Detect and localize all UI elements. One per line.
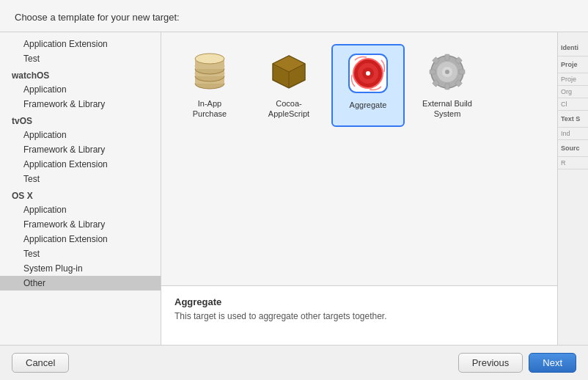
- right-panel: Identi Proje Proje Org Cl Text S Ind Sou…: [557, 32, 588, 345]
- sidebar-group-osx: OS X: [0, 186, 161, 202]
- svg-point-22: [445, 70, 449, 74]
- next-button[interactable]: Next: [529, 353, 576, 373]
- sidebar: Application Extension Test watchOS Appli…: [0, 32, 161, 345]
- previous-button[interactable]: Previous: [458, 353, 523, 373]
- inapp-icon: [189, 51, 230, 92]
- dialog-header: Choose a template for your new target:: [0, 0, 588, 32]
- sidebar-item-osx-framework[interactable]: Framework & Library: [0, 217, 161, 232]
- external-icon: [427, 51, 468, 92]
- sidebar-item-osx-application[interactable]: Application: [0, 202, 161, 217]
- main-content: In-AppPurchase Cocoa-App: [161, 32, 557, 345]
- footer-right-buttons: Previous Next: [458, 353, 576, 373]
- template-label-cocoa: Cocoa-AppleScript: [268, 98, 309, 120]
- sidebar-item-osx-app-extension[interactable]: Application Extension: [0, 232, 161, 246]
- template-label-aggregate: Aggregate: [350, 100, 387, 110]
- svg-point-18: [366, 71, 370, 76]
- dialog-container: Choose a template for your new target: A…: [0, 0, 588, 380]
- right-panel-project: Proje: [558, 56, 588, 73]
- dialog-footer: Cancel Previous Next: [0, 345, 588, 380]
- sidebar-item-tvos-framework[interactable]: Framework & Library: [0, 142, 161, 157]
- selected-template-description: This target is used to aggregate other t…: [174, 310, 544, 323]
- sidebar-item-other[interactable]: Other: [0, 276, 161, 291]
- svg-rect-26: [459, 70, 465, 74]
- dialog-body: Application Extension Test watchOS Appli…: [0, 32, 588, 345]
- right-panel-identity: Identi: [558, 40, 588, 56]
- template-label-inapp: In-AppPurchase: [193, 98, 227, 120]
- template-item-cocoa[interactable]: Cocoa-AppleScript: [252, 44, 326, 127]
- right-panel-r-field: R: [558, 157, 588, 169]
- template-item-external[interactable]: External BuildSystem: [411, 44, 484, 127]
- template-grid: In-AppPurchase Cocoa-App: [161, 32, 557, 286]
- right-panel-org-field: Org: [558, 86, 588, 98]
- cancel-button[interactable]: Cancel: [12, 353, 69, 373]
- svg-rect-23: [445, 54, 449, 60]
- sidebar-item-tvos-app-extension[interactable]: Application Extension: [0, 157, 161, 172]
- cocoa-icon: [268, 51, 309, 92]
- right-panel-source: Sourc: [558, 140, 588, 157]
- svg-rect-25: [430, 70, 436, 74]
- sidebar-item-watchos-framework[interactable]: Framework & Library: [0, 97, 161, 112]
- sidebar-group-tvos: tvOS: [0, 112, 161, 128]
- sidebar-group-watchos: watchOS: [0, 66, 161, 82]
- description-panel: Aggregate This target is used to aggrega…: [161, 286, 557, 345]
- template-label-external: External BuildSystem: [422, 98, 472, 120]
- aggregate-icon: [348, 53, 389, 94]
- sidebar-item-tvos-application[interactable]: Application: [0, 128, 161, 142]
- right-panel-cl-field: Cl: [558, 98, 588, 111]
- sidebar-item-test1[interactable]: Test: [0, 51, 161, 66]
- right-panel-ind-field: Ind: [558, 128, 588, 140]
- sidebar-item-app-extension-test1[interactable]: Application Extension: [0, 37, 161, 51]
- dialog-header-title: Choose a template for your new target:: [15, 12, 180, 23]
- sidebar-item-tvos-test[interactable]: Test: [0, 172, 161, 186]
- svg-point-8: [195, 54, 224, 64]
- template-item-aggregate[interactable]: Aggregate: [331, 44, 405, 127]
- sidebar-item-watchos-application[interactable]: Application: [0, 82, 161, 97]
- svg-rect-24: [445, 84, 449, 89]
- right-panel-texts: Text S: [558, 111, 588, 128]
- template-item-inapp[interactable]: In-AppPurchase: [173, 44, 246, 127]
- right-panel-proj-field: Proje: [558, 73, 588, 86]
- selected-template-name: Aggregate: [174, 296, 544, 307]
- sidebar-item-osx-test[interactable]: Test: [0, 246, 161, 261]
- sidebar-item-osx-sysplugin[interactable]: System Plug-in: [0, 261, 161, 276]
